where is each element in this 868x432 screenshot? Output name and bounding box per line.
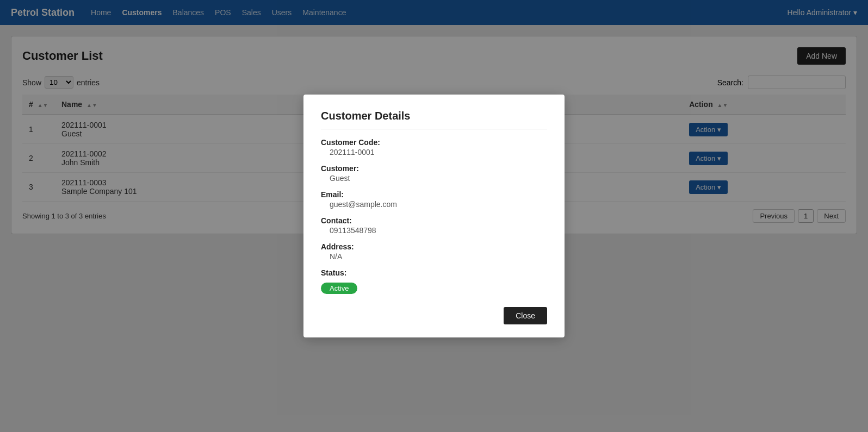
modal-title: Customer Details [321, 110, 547, 129]
modal-footer: Close [321, 307, 547, 324]
email-label: Email: [321, 190, 547, 199]
modal-overlay[interactable]: Customer Details Customer Code: 202111-0… [0, 0, 868, 432]
address-label: Address: [321, 242, 547, 251]
customer-label: Customer: [321, 164, 547, 173]
contact-value: 09113548798 [321, 226, 547, 235]
customer-details-modal: Customer Details Customer Code: 202111-0… [303, 95, 565, 337]
modal-status-badge: Active [321, 283, 357, 294]
customer-code-value: 202111-0001 [321, 148, 547, 156]
status-label: Status: [321, 268, 547, 277]
close-modal-button[interactable]: Close [504, 307, 547, 324]
address-value: N/A [321, 252, 547, 261]
customer-value: Guest [321, 174, 547, 183]
email-value: guest@sample.com [321, 200, 547, 209]
contact-label: Contact: [321, 216, 547, 225]
customer-code-label: Customer Code: [321, 138, 547, 147]
